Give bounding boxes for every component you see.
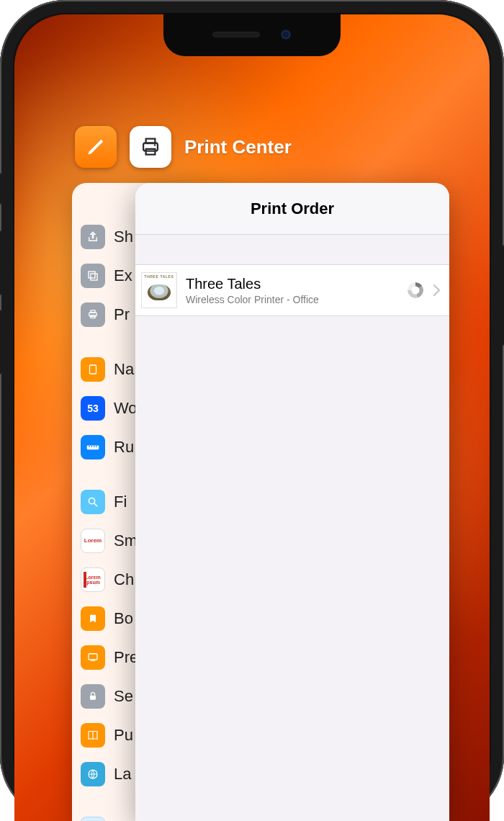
front-camera <box>280 29 292 40</box>
nest-icon <box>148 284 171 300</box>
print-job-title: Three Tales <box>186 276 399 292</box>
screen: Print Center Sh Ex Pr Na 53Wo Ru Fi Lore… <box>14 14 490 821</box>
lock-icon <box>81 684 105 709</box>
list-item-label: Fi <box>114 493 127 511</box>
presenter-icon <box>81 645 105 670</box>
app-chip-print-center[interactable] <box>130 126 171 168</box>
pages-icon <box>86 137 106 157</box>
print-job-subtitle: Wireless Color Printer - Office <box>186 294 399 305</box>
svg-rect-10 <box>87 446 99 450</box>
notch <box>163 13 341 56</box>
chevron-right-icon <box>432 284 441 297</box>
list-item-label: Sm <box>114 531 138 550</box>
globe-icon <box>81 762 105 786</box>
wordcount-icon: 53 <box>81 396 105 421</box>
svg-rect-12 <box>89 654 97 660</box>
list-item-label: Ex <box>114 266 132 285</box>
side-button-volume-down <box>0 310 1 374</box>
lorem2-icon: LoremIpsum <box>81 567 105 592</box>
svg-rect-6 <box>89 313 97 316</box>
print-job-thumbnail: THREE TALES <box>141 272 177 308</box>
print-icon <box>81 302 105 327</box>
share-icon <box>81 225 105 249</box>
thumb-caption: THREE TALES <box>142 274 176 279</box>
svg-rect-4 <box>89 272 95 278</box>
list-item-label: Na <box>114 360 134 379</box>
svg-rect-13 <box>90 696 96 700</box>
svg-rect-1 <box>146 139 156 143</box>
lorem1-icon: Lorem <box>81 529 105 553</box>
bookmark-icon <box>81 606 105 631</box>
docblue-icon <box>81 817 105 821</box>
print-center-title: Print Order <box>135 183 449 235</box>
speaker <box>212 32 260 37</box>
print-job-text: Three Tales Wireless Color Printer - Off… <box>186 276 399 305</box>
svg-rect-7 <box>91 310 95 313</box>
section-gap <box>135 235 449 265</box>
side-button-silence <box>0 173 1 205</box>
app-chip-pages[interactable] <box>75 126 117 168</box>
svg-point-3 <box>154 144 156 146</box>
print-center-card[interactable]: Print Order THREE TALES Three Tales Wire… <box>135 183 449 821</box>
phone-frame: Print Center Sh Ex Pr Na 53Wo Ru Fi Lore… <box>0 0 504 821</box>
printer-icon <box>138 135 163 159</box>
list-item-label: Ru <box>114 438 134 457</box>
list-item-label: Pu <box>114 726 133 745</box>
doc-icon <box>81 357 105 382</box>
list-item-label: Pr <box>114 305 130 324</box>
list-item-label: Ch <box>114 570 134 589</box>
ruler-icon <box>81 435 105 459</box>
list-item-label: Sh <box>114 228 133 246</box>
search-icon <box>81 490 105 514</box>
app-switcher-header: Print Center <box>14 126 490 168</box>
export-icon <box>81 264 105 288</box>
list-item-label: La <box>114 765 131 784</box>
list-item-label: Bo <box>114 609 133 628</box>
app-switcher-title: Print Center <box>184 136 292 158</box>
print-job-row[interactable]: THREE TALES Three Tales Wireless Color P… <box>135 265 449 316</box>
list-item-label: Wo <box>114 399 138 418</box>
list-item-label: Se <box>114 687 133 706</box>
book-icon <box>81 723 105 748</box>
svg-rect-5 <box>91 274 97 280</box>
side-button-volume-up <box>0 230 1 295</box>
spinner-icon <box>408 282 423 298</box>
svg-rect-9 <box>90 365 96 374</box>
